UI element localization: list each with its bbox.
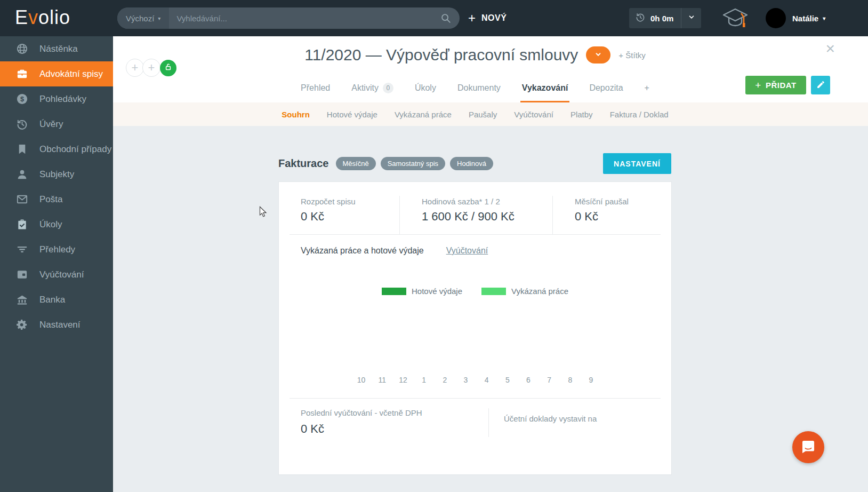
tab-vykazovani[interactable]: Vykazování	[520, 75, 570, 102]
tab-add[interactable]: +	[643, 75, 651, 102]
timer-display[interactable]: 0h 0m	[629, 12, 681, 25]
new-button[interactable]: + NOVÝ	[468, 0, 507, 36]
legend-label: Vykázaná práce	[511, 287, 568, 296]
sidebar-item-label: Advokátní spisy	[39, 69, 103, 80]
documents-block: Účetní doklady vystavit na	[488, 408, 671, 437]
x-tick: 4	[476, 376, 497, 384]
clipboard-check-icon	[15, 218, 28, 231]
stat-label: Hodinová sazba* 1 / 2	[422, 197, 552, 206]
tab-aktivity[interactable]: Aktivity 0	[350, 75, 395, 102]
sidebar-item-posta[interactable]: Pošta	[0, 187, 113, 212]
billing-header-row: Fakturace Měsíčně Samostatný spis Hodino…	[278, 157, 493, 170]
evolio-app: Evolio Výchozí ▾ + NOVÝ 0h 0m	[0, 0, 868, 492]
add-button[interactable]: + PŘIDAT	[745, 76, 806, 94]
x-tick: 10	[351, 376, 372, 384]
tab-prehled[interactable]: Přehled	[299, 75, 332, 102]
last-billing-label: Poslední vyúčtování - včetně DPH	[301, 408, 488, 417]
stat-label: Rozpočet spisu	[301, 197, 399, 206]
settings-button[interactable]: NASTAVENÍ	[603, 153, 671, 174]
chart-x-axis-labels: 10 11 12 1 2 3 4 5 6 7 8 9	[351, 376, 601, 384]
sidebar-item-label: Banka	[39, 295, 65, 305]
legend-item-hotove-vydaje: Hotové výdaje	[382, 287, 462, 296]
pencil-icon	[816, 80, 825, 91]
search-input[interactable]	[169, 7, 432, 29]
svg-text:$: $	[20, 95, 23, 103]
edit-button[interactable]	[811, 76, 830, 94]
sidebar-item-banka[interactable]: Banka	[0, 287, 113, 312]
sidebar-item-ukoly[interactable]: Úkoly	[0, 212, 113, 237]
stat-label: Měsíční paušal	[575, 197, 671, 206]
sidebar-item-subjekty[interactable]: Subjekty	[0, 162, 113, 187]
logo-part: E	[15, 6, 28, 28]
quick-actions: + +	[126, 59, 176, 77]
page-title: 11/2020 — Výpověď pracovní smlouvy	[304, 46, 578, 64]
x-tick: 9	[581, 376, 601, 384]
add-button-label: PŘIDAT	[766, 81, 797, 90]
subtab-souhrn[interactable]: Souhrn	[282, 110, 310, 119]
add-person-button[interactable]: +	[142, 59, 160, 77]
case-title-row: 11/2020 — Výpověď pracovní smlouvy + Ští…	[113, 46, 837, 64]
subtab-vyuctovani[interactable]: Vyúčtování	[514, 110, 553, 119]
chevron-down-icon	[594, 51, 602, 60]
documents-label: Účetní doklady vystavit na	[504, 414, 671, 423]
subtab-vykazana-prace[interactable]: Vykázaná práce	[395, 110, 452, 119]
chevron-down-icon	[688, 13, 695, 23]
subtab-faktura-doklad[interactable]: Faktura / Doklad	[610, 110, 669, 119]
chevron-down-icon: ▾	[158, 15, 160, 21]
timer-expand-button[interactable]	[681, 8, 701, 28]
tab-ukoly[interactable]: Úkoly	[413, 75, 438, 102]
sidebar-item-label: Nastavení	[39, 320, 81, 330]
bar-chart-plot-area	[279, 296, 671, 376]
user-avatar[interactable]	[766, 8, 786, 28]
sidebar-item-label: Přehledy	[39, 244, 75, 255]
sidebar-item-nastenka[interactable]: Nástěnka	[0, 36, 113, 61]
sidebar-item-obchodni-pripady[interactable]: Obchodní případy	[0, 137, 113, 162]
unlock-status-button[interactable]	[160, 60, 176, 76]
sidebar-item-label: Úkoly	[39, 219, 62, 230]
subtab-platby[interactable]: Platby	[570, 110, 593, 119]
sidebar: Nástěnka Advokátní spisy $ Pohledávky Úv…	[0, 36, 113, 492]
sidebar-item-vyuctovani[interactable]: Vyúčtování	[0, 262, 113, 287]
search-scope-dropdown[interactable]: Výchozí ▾	[117, 7, 169, 29]
work-section-title: Vykázaná práce a hotové výdaje	[301, 246, 424, 256]
sidebar-item-prehledy[interactable]: Přehledy	[0, 237, 113, 262]
add-tags-link[interactable]: + Štítky	[618, 51, 645, 60]
academy-icon[interactable]	[720, 6, 751, 30]
timer-widget[interactable]: 0h 0m	[629, 8, 701, 28]
history-icon	[15, 118, 28, 131]
card-footer: Poslední vyúčtování - včetně DPH 0 Kč Úč…	[279, 399, 671, 437]
billing-badge: Samostatný spis	[381, 157, 445, 170]
add-person-button[interactable]: +	[126, 59, 144, 77]
subtab-pausaly[interactable]: Paušaly	[469, 110, 497, 119]
new-button-label: NOVÝ	[481, 13, 507, 23]
sidebar-item-advokatni-spisy[interactable]: Advokátní spisy	[0, 61, 113, 86]
envelope-icon	[15, 193, 28, 206]
sidebar-item-pohledavky[interactable]: $ Pohledávky	[0, 86, 113, 112]
title-dropdown-button[interactable]	[586, 46, 610, 64]
vyuctovani-link[interactable]: Vyúčtování	[446, 246, 488, 256]
legend-swatch-light-green	[481, 288, 506, 295]
x-tick: 2	[435, 376, 455, 384]
x-tick: 5	[497, 376, 518, 384]
briefcase-icon	[15, 68, 28, 81]
evolio-logo[interactable]: Evolio	[15, 6, 70, 29]
stat-value: 0 Kč	[301, 210, 399, 224]
plus-icon: +	[755, 80, 761, 91]
stat-value: 1 600 Kč / 900 Kč	[422, 210, 552, 224]
tab-dokumenty[interactable]: Dokumenty	[456, 75, 502, 102]
stat-hodinova-sazba: Hodinová sazba* 1 / 2 1 600 Kč / 900 Kč	[399, 196, 552, 234]
sidebar-item-uvery[interactable]: Úvěry	[0, 112, 113, 137]
billing-stats: Rozpočet spisu 0 Kč Hodinová sazba* 1 / …	[279, 182, 671, 234]
sidebar-item-nastaveni[interactable]: Nastavení	[0, 312, 113, 337]
legend-label: Hotové výdaje	[412, 287, 462, 296]
x-tick: 11	[372, 376, 392, 384]
subtab-hotove-vydaje[interactable]: Hotové výdaje	[327, 110, 377, 119]
globe-icon	[15, 43, 28, 55]
tab-label: Aktivity	[351, 83, 379, 93]
sidebar-item-label: Úvěry	[39, 119, 63, 130]
chat-support-button[interactable]	[792, 431, 824, 463]
chat-bubble-icon	[799, 438, 817, 457]
tab-depozita[interactable]: Depozita	[588, 75, 624, 102]
user-menu[interactable]: Natálie ▾	[792, 0, 825, 36]
search-icon[interactable]	[432, 7, 460, 29]
